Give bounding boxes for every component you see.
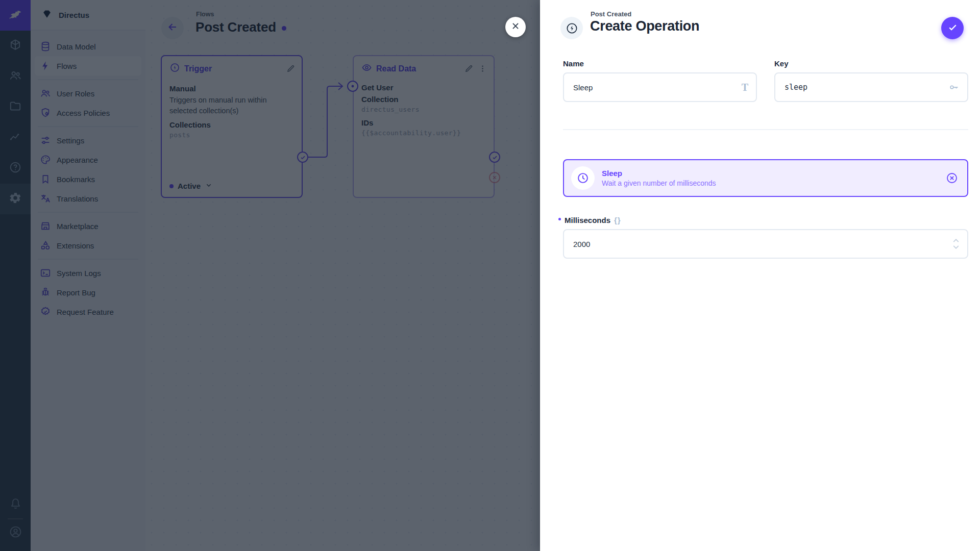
key-icon bbox=[948, 82, 960, 93]
save-button[interactable] bbox=[941, 17, 964, 39]
form-divider bbox=[563, 129, 968, 130]
key-input-value: sleep bbox=[785, 83, 807, 92]
check-icon bbox=[947, 21, 959, 35]
drawer-title: Create Operation bbox=[590, 18, 699, 34]
directus-app: Directus Data Model Flows User Roles Acc… bbox=[0, 0, 980, 551]
operation-type-name: Sleep bbox=[602, 169, 716, 178]
milliseconds-input-value: 2000 bbox=[573, 240, 590, 248]
clock-icon bbox=[571, 166, 595, 190]
name-input-value: Sleep bbox=[573, 83, 593, 92]
title-formatter-icon[interactable]: T bbox=[742, 82, 748, 93]
raw-value-icon[interactable]: {} bbox=[614, 216, 621, 224]
step-down-icon[interactable] bbox=[952, 245, 960, 249]
milliseconds-input[interactable]: 2000 bbox=[563, 229, 968, 259]
milliseconds-field-header: Milliseconds {} bbox=[563, 216, 968, 224]
required-dot bbox=[558, 218, 561, 220]
deselect-operation-icon[interactable] bbox=[946, 172, 958, 184]
milliseconds-field-label: Milliseconds bbox=[565, 216, 610, 224]
key-field-group: Key sleep bbox=[774, 59, 968, 102]
drawer-breadcrumb: Post Created bbox=[591, 10, 631, 18]
key-field-label: Key bbox=[774, 59, 968, 68]
overlay-backdrop[interactable] bbox=[0, 0, 540, 551]
close-icon bbox=[510, 20, 521, 34]
name-field-group: Name Sleep T bbox=[563, 59, 757, 102]
create-operation-drawer: Post Created Create Operation Name Sleep… bbox=[540, 0, 980, 551]
drawer-close-button[interactable] bbox=[505, 17, 526, 37]
drawer-form: Name Sleep T Key sleep bbox=[540, 47, 980, 259]
name-input[interactable]: Sleep T bbox=[563, 72, 757, 102]
number-steppers bbox=[952, 238, 960, 249]
flash-circle-icon bbox=[560, 17, 583, 39]
operation-type-description: Wait a given number of milliseconds bbox=[602, 179, 716, 187]
key-input[interactable]: sleep bbox=[774, 72, 968, 102]
step-up-icon[interactable] bbox=[952, 238, 960, 243]
selected-operation-card[interactable]: Sleep Wait a given number of millisecond… bbox=[563, 159, 968, 197]
name-field-label: Name bbox=[563, 59, 757, 68]
